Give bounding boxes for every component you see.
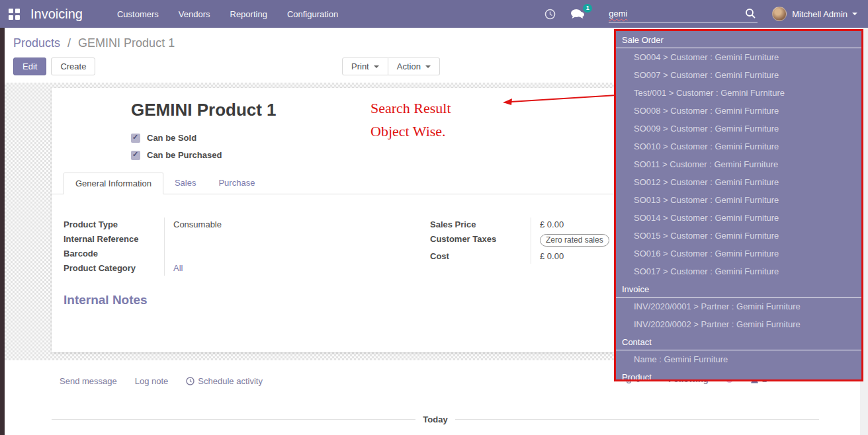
- breadcrumb-current: GEMINI Product 1: [78, 36, 175, 50]
- user-avatar: [772, 7, 787, 21]
- dropdown-result-item[interactable]: Test/001 > Customer : Gemini Furniture: [616, 84, 861, 102]
- nav-menu-customers[interactable]: Customers: [117, 9, 159, 19]
- dropdown-section-sale-order: Sale Order: [616, 31, 861, 48]
- dropdown-result-item[interactable]: SO016 > Customer : Gemini Furniture: [616, 245, 861, 262]
- dropdown-section-invoice: Invoice: [616, 280, 861, 297]
- left-edge-strip: [0, 28, 5, 435]
- dropdown-result-item[interactable]: SO007 > Customer : Gemini Furniture: [616, 66, 861, 84]
- checkbox-checked-icon[interactable]: [131, 151, 140, 160]
- checkbox-label: Can be Sold: [147, 133, 196, 143]
- tab-sales[interactable]: Sales: [163, 173, 208, 194]
- chevron-down-icon: [425, 65, 431, 68]
- field-label: Product Type: [64, 218, 164, 232]
- field-label: Internal Reference: [64, 232, 164, 247]
- annotation-arrow: [500, 91, 621, 108]
- field-row: Customer TaxesZero rated sales: [430, 232, 635, 249]
- search-icon: [745, 8, 756, 19]
- checkbox-label: Can be Purchased: [147, 150, 222, 160]
- print-action-group: Print Action: [342, 58, 440, 75]
- field-value[interactable]: All: [164, 261, 348, 276]
- systray: 1 gemi Mitchell Admin: [544, 5, 868, 22]
- fields-right-column: Sales Price£ 0.00Customer TaxesZero rate…: [430, 218, 635, 264]
- field-label: Barcode: [64, 247, 164, 261]
- dropdown-result-item[interactable]: INV/2020/0001 > Partner : Gemini Furnitu…: [616, 297, 861, 315]
- activity-clock-icon[interactable]: [544, 9, 556, 20]
- checkbox-checked-icon[interactable]: [131, 134, 140, 143]
- chevron-down-icon: [374, 65, 379, 68]
- field-label: Product Category: [64, 261, 164, 276]
- field-row: Product CategoryAll: [64, 261, 348, 276]
- checkbox-row: Can be Sold: [131, 133, 222, 143]
- field-row: Product TypeConsumable: [64, 218, 348, 232]
- chatter-actions: Send message Log note Schedule activity: [60, 376, 263, 386]
- field-value: Consumable: [164, 218, 348, 232]
- create-button[interactable]: Create: [51, 58, 95, 75]
- dropdown-result-item[interactable]: SO004 > Customer : Gemini Furniture: [616, 48, 861, 66]
- print-label: Print: [351, 61, 369, 71]
- checkbox-row: Can be Purchased: [131, 150, 222, 160]
- user-name: Mitchell Admin: [792, 9, 847, 19]
- dropdown-section-contact: Contact: [616, 333, 861, 350]
- annotation-line1: Search Result: [370, 97, 451, 120]
- dropdown-result-item[interactable]: SO014 > Customer : Gemini Furniture: [616, 209, 861, 227]
- dropdown-result-item[interactable]: SO009 > Customer : Gemini Furniture: [616, 120, 861, 138]
- log-note-button[interactable]: Log note: [135, 376, 169, 386]
- messages-icon[interactable]: 1: [570, 9, 585, 20]
- product-title: GEMINI Product 1: [131, 100, 277, 120]
- edit-button[interactable]: Edit: [13, 58, 46, 75]
- breadcrumb: Products / GEMINI Product 1: [13, 36, 175, 50]
- field-row: Internal Reference: [64, 232, 348, 247]
- tab-purchase[interactable]: Purchase: [207, 173, 266, 194]
- nav-menu-vendors[interactable]: Vendors: [179, 9, 210, 19]
- user-menu[interactable]: Mitchell Admin: [772, 7, 868, 21]
- annotation-line2: Object Wise.: [370, 120, 451, 143]
- action-label: Action: [397, 61, 421, 71]
- nav-menu-reporting[interactable]: Reporting: [230, 9, 267, 19]
- chevron-down-icon: [852, 13, 857, 15]
- today-label: Today: [423, 415, 447, 424]
- dropdown-result-item[interactable]: Name : Gemini Furniture: [616, 350, 861, 368]
- field-row: Barcode: [64, 247, 348, 261]
- tab-general-information[interactable]: General Information: [64, 173, 163, 194]
- today-divider: Today: [52, 415, 819, 424]
- field-value: [164, 247, 348, 261]
- field-label: Cost: [430, 249, 531, 264]
- control-buttons: Edit Create: [13, 58, 95, 75]
- dropdown-result-item[interactable]: INV/2020/0002 > Partner : Gemini Furnitu…: [616, 315, 861, 333]
- search-input[interactable]: gemi: [609, 5, 758, 22]
- dropdown-result-item[interactable]: SO017 > Customer : Gemini Furniture: [616, 262, 861, 280]
- breadcrumb-separator: /: [67, 36, 71, 50]
- search-results-dropdown: Sale OrderSO004 > Customer : Gemini Furn…: [614, 29, 863, 381]
- dropdown-result-item[interactable]: SO013 > Customer : Gemini Furniture: [616, 191, 861, 209]
- send-message-button[interactable]: Send message: [60, 376, 117, 386]
- dropdown-result-item[interactable]: SO015 > Customer : Gemini Furniture: [616, 227, 861, 245]
- schedule-activity-button[interactable]: Schedule activity: [186, 376, 263, 386]
- fields-left-column: Product TypeConsumableInternal Reference…: [64, 218, 348, 276]
- tax-badge[interactable]: Zero rated sales: [540, 234, 609, 247]
- schedule-activity-label: Schedule activity: [198, 376, 263, 386]
- app-title[interactable]: Invoicing: [30, 7, 83, 22]
- field-value: [164, 232, 348, 247]
- top-navbar: Invoicing CustomersVendorsReportingConfi…: [0, 0, 868, 28]
- search-query-text: gemi: [609, 9, 627, 19]
- field-label: Customer Taxes: [430, 232, 531, 249]
- annotation-text: Search Result Object Wise.: [370, 97, 451, 143]
- breadcrumb-products-link[interactable]: Products: [13, 36, 60, 50]
- internal-notes-heading: Internal Notes: [64, 293, 148, 307]
- clock-icon: [186, 377, 195, 385]
- action-dropdown-button[interactable]: Action: [388, 58, 440, 75]
- field-label: Sales Price: [430, 218, 531, 232]
- dropdown-result-item[interactable]: SO011 > Customer : Gemini Furniture: [616, 155, 861, 173]
- dropdown-result-item[interactable]: SO008 > Customer : Gemini Furniture: [616, 102, 861, 120]
- field-row: Sales Price£ 0.00: [430, 218, 635, 232]
- dropdown-result-item[interactable]: SO012 > Customer : Gemini Furniture: [616, 173, 861, 191]
- dropdown-section-product: Product: [616, 368, 861, 381]
- nav-menu-configuration[interactable]: Configuration: [287, 9, 338, 19]
- field-row: Cost£ 0.00: [430, 249, 635, 264]
- nav-menu: CustomersVendorsReportingConfiguration: [117, 9, 338, 19]
- dropdown-result-item[interactable]: SO010 > Customer : Gemini Furniture: [616, 138, 861, 155]
- print-dropdown-button[interactable]: Print: [342, 58, 388, 75]
- apps-menu-icon[interactable]: [9, 9, 20, 20]
- message-count-badge: 1: [583, 4, 592, 13]
- product-flags: Can be SoldCan be Purchased: [131, 133, 222, 160]
